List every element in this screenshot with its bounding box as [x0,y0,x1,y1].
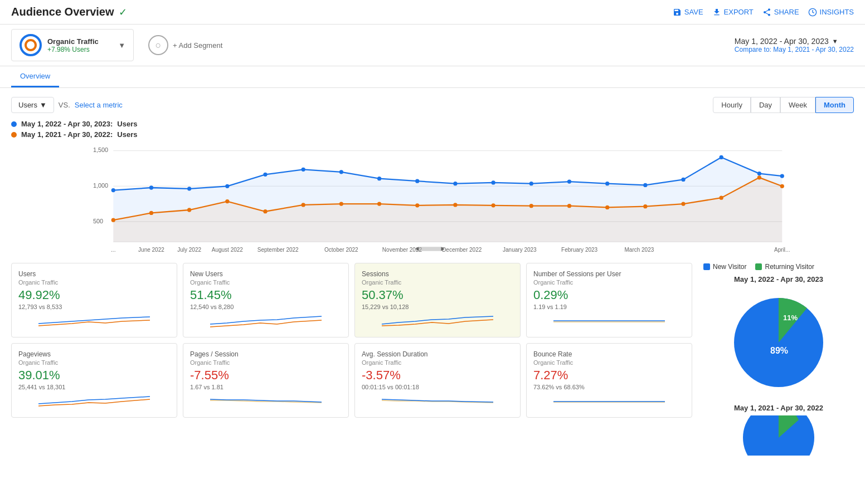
chart-dot [529,182,533,185]
export-label: EXPORT [724,8,754,16]
share-button[interactable]: SHARE [762,8,799,17]
metric-sessions-per-user-value: 0.29% [533,288,685,302]
segment-card[interactable]: Organic Traffic +7.98% Users ▼ [11,29,134,61]
svg-text:March 2023: March 2023 [625,247,654,253]
metric-bounce-rate-value: 7.27% [533,368,685,383]
chart-dot [643,204,647,208]
chart-dot [149,185,153,189]
metric-sessions-sparkline [362,314,513,330]
time-btn-week[interactable]: Week [780,97,815,113]
metric-pages-session-comparison: 1.67 vs 1.81 [190,384,342,390]
metric-sessions-per-user-sparkline [533,314,685,330]
chart-dot [567,204,571,208]
date-range-dropdown-icon: ▼ [832,38,838,45]
legend-date-1: May 1, 2022 - Apr 30, 2023: [21,120,113,128]
export-button[interactable]: EXPORT [712,8,754,17]
chart-controls: Users ▼ VS. Select a metric Hourly Day W… [11,97,854,113]
chart-dot [757,172,761,175]
metric-new-users-comparison: 12,540 vs 8,280 [190,304,342,310]
metric-sessions-label: Sessions [362,270,513,278]
tabs-bar: Overview [0,66,865,88]
chart-dot [263,173,267,177]
chart-section: Users ▼ VS. Select a metric Hourly Day W… [0,88,865,256]
metric-users-sparkline [18,314,170,330]
time-buttons: Hourly Day Week Month [713,97,854,113]
time-btn-month[interactable]: Month [815,97,854,113]
metric-bounce-rate-segment: Organic Traffic [533,359,685,366]
metric-avg-session-value: -3.57% [362,368,513,383]
save-label: SAVE [684,8,703,16]
chart-wrapper: 1,500 1,000 500 [11,143,854,256]
time-btn-hourly[interactable]: Hourly [713,97,751,113]
save-button[interactable]: SAVE [673,8,703,17]
metric-pageviews-sparkline [18,394,170,410]
chart-dot [415,179,419,183]
metric-users-value: 49.92% [18,288,170,302]
segment-date-bar: Organic Traffic +7.98% Users ▼ ○ + Add S… [0,25,865,66]
insights-button[interactable]: INSIGHTS [808,8,854,17]
svg-text:June 2022: June 2022 [138,247,164,253]
chart-dot [377,202,381,205]
add-segment-button[interactable]: ○ + Add Segment [140,31,230,60]
svg-text:89%: 89% [770,346,788,355]
legend-date-2: May 1, 2021 - Apr 30, 2022: [21,130,113,139]
svg-text:October 2022: October 2022 [324,247,358,253]
metric-users-comparison: 12,793 vs 8,533 [18,304,170,310]
chart-dot [149,211,153,215]
svg-text:August 2022: August 2022 [212,247,244,253]
metric-users: Users Organic Traffic 49.92% 12,793 vs 8… [11,263,177,337]
metric-users-label: Users [18,270,170,278]
svg-text:December 2022: December 2022 [442,247,482,253]
chart-dot [302,203,305,207]
metric-sessions-segment: Organic Traffic [362,279,513,286]
svg-text:...: ... [111,247,115,253]
time-btn-day[interactable]: Day [751,97,780,113]
legend-item-2: May 1, 2021 - Apr 30, 2022: Users [11,130,854,139]
metric-avg-session-comparison: 00:01:15 vs 00:01:18 [362,384,513,390]
date-range-main[interactable]: May 1, 2022 - Apr 30, 2023 ▼ [735,37,854,46]
metric-pages-session-value: -7.55% [190,368,342,383]
svg-text:1,000: 1,000 [93,182,108,189]
tab-overview[interactable]: Overview [11,66,59,87]
insights-label: INSIGHTS [820,8,854,16]
date-range-compare: Compare to: May 1, 2021 - Apr 30, 2022 [735,46,854,53]
chart-dot [605,205,609,209]
svg-text:500: 500 [93,218,103,224]
metric-pages-session-sparkline [190,394,342,410]
chart-dot [780,184,784,188]
chart-dot [529,204,533,208]
metric-pages-session-label: Pages / Session [190,350,342,358]
segment-icon [20,34,42,56]
metric-users-segment: Organic Traffic [18,279,170,286]
segment-dropdown-icon[interactable]: ▼ [118,41,125,50]
metric-dropdown[interactable]: Users ▼ [11,97,54,113]
svg-text:July 2022: July 2022 [177,247,201,253]
pie-legend: New Visitor Returning Visitor [703,263,854,271]
select-metric-link[interactable]: Select a metric [75,101,123,109]
date-range-selector[interactable]: May 1, 2022 - Apr 30, 2023 ▼ Compare to:… [735,37,854,53]
segment-area: Organic Traffic +7.98% Users ▼ ○ + Add S… [11,29,230,61]
svg-text:11%: 11% [783,314,798,322]
svg-text:February 2023: February 2023 [561,247,597,253]
chart-dot [780,174,784,178]
svg-text:April...: April... [774,247,790,253]
pie-legend-new-label: New Visitor [713,263,746,271]
metric-pages-session-segment: Organic Traffic [190,359,342,366]
segment-change: +7.98% Users [47,46,113,53]
chart-dot [681,178,685,182]
chart-dot [377,177,381,180]
segment-name: Organic Traffic [47,37,113,46]
legend-item-1: May 1, 2022 - Apr 30, 2023: Users [11,120,854,128]
page-title: Audience Overview [11,6,114,18]
chart-dot [302,168,305,172]
legend-dot-orange [11,132,17,138]
chart-dot [720,155,723,159]
chart-dot [225,184,229,188]
metric-dropdown-icon: ▼ [40,101,47,109]
chart-dot [567,179,571,183]
pie-legend-returning-label: Returning Visitor [765,263,814,271]
segment-info: Organic Traffic +7.98% Users [47,37,113,53]
metric-selector: Users ▼ VS. Select a metric [11,97,123,113]
metric-new-users-value: 51.45% [190,288,342,302]
pie-legend-new: New Visitor [703,263,746,271]
